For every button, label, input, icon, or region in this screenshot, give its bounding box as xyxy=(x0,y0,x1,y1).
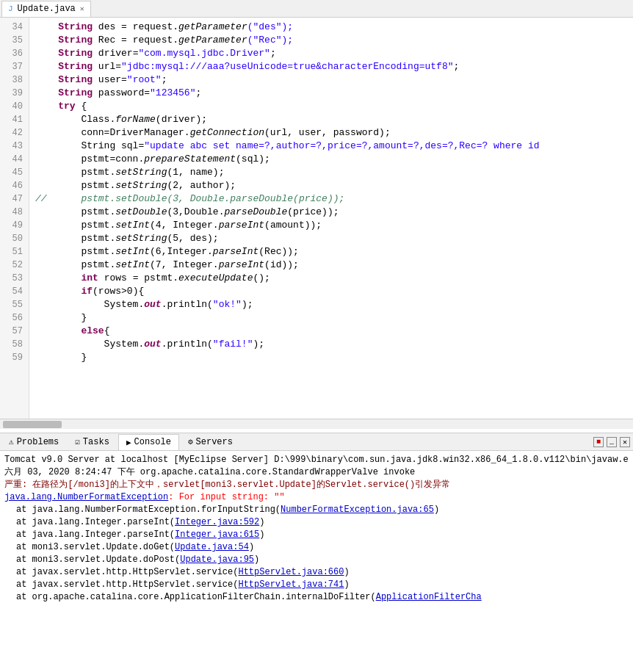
tasks-icon: ☑ xyxy=(75,437,80,447)
tasks-label: Tasks xyxy=(83,437,109,447)
exception-line: java.lang.NumberFormatException: For inp… xyxy=(4,491,629,504)
stack-link[interactable]: Update.java:54 xyxy=(175,542,249,552)
stack-line: at org.apache.catalina.core.ApplicationF… xyxy=(4,591,629,604)
console-icon: ▶ xyxy=(126,438,131,447)
update-java-tab[interactable]: J Update.java ✕ xyxy=(1,1,91,17)
bottom-panel: ⚠ Problems ☑ Tasks ▶ Console ⚙ Servers ■… xyxy=(0,433,633,672)
stack-line: at java.lang.Integer.parseInt(Integer.ja… xyxy=(4,529,629,541)
code-area: 3435363738394041424344454647484950515253… xyxy=(0,18,633,419)
panel-tab-bar: ⚠ Problems ☑ Tasks ▶ Console ⚙ Servers ■… xyxy=(0,433,633,451)
tab-label: Update.java xyxy=(18,4,76,14)
tab-console[interactable]: ▶ Console xyxy=(118,434,179,450)
stack-line: at moni3.servlet.Update.doGet(Update.jav… xyxy=(4,541,629,554)
problems-icon: ⚠ xyxy=(9,437,14,447)
scrollbar-thumb[interactable] xyxy=(3,421,62,428)
date-line: 六月 03, 2020 8:24:47 下午 org.apache.catali… xyxy=(4,466,629,479)
java-file-icon: J xyxy=(8,4,13,13)
stack-line: at java.lang.NumberFormatException.forIn… xyxy=(4,504,629,516)
code-content[interactable]: String des = request.getParameter("des")… xyxy=(29,18,633,419)
stack-link[interactable]: Integer.java:592 xyxy=(175,517,259,527)
stack-trace: at java.lang.NumberFormatException.forIn… xyxy=(4,504,629,604)
tab-servers[interactable]: ⚙ Servers xyxy=(181,434,240,450)
stack-link[interactable]: HttpServlet.java:660 xyxy=(238,567,344,577)
tab-tasks[interactable]: ☑ Tasks xyxy=(68,434,117,450)
close-panel-button[interactable]: ✕ xyxy=(620,437,630,447)
stack-link[interactable]: NumberFormatException.java:65 xyxy=(281,505,434,515)
minimize-button[interactable]: _ xyxy=(607,437,617,447)
stack-link[interactable]: Update.java:95 xyxy=(180,554,254,565)
editor-tab-bar: J Update.java ✕ xyxy=(0,0,633,18)
stack-link[interactable]: HttpServlet.java:741 xyxy=(238,579,344,590)
stack-line: at javax.servlet.http.HttpServlet.servic… xyxy=(4,566,629,579)
warn-line: 严重: 在路径为[/moni3]的上下文中，servlet[moni3.serv… xyxy=(4,479,629,491)
servers-label: Servers xyxy=(196,437,233,447)
panel-controls: ■ _ ✕ xyxy=(593,437,633,447)
stack-line: at moni3.servlet.Update.doPost(Update.ja… xyxy=(4,554,629,566)
tab-close-icon[interactable]: ✕ xyxy=(80,4,84,13)
line-numbers: 3435363738394041424344454647484950515253… xyxy=(0,18,29,419)
server-line: Tomcat v9.0 Server at localhost [MyEclip… xyxy=(4,454,629,466)
exception-rest: : For input string: "" xyxy=(168,492,284,502)
exception-link[interactable]: java.lang.NumberFormatException xyxy=(4,492,168,502)
stack-link[interactable]: Integer.java:615 xyxy=(175,530,259,540)
stack-line: at java.lang.Integer.parseInt(Integer.ja… xyxy=(4,516,629,529)
stack-line: at javax.servlet.http.HttpServlet.servic… xyxy=(4,579,629,591)
servers-icon: ⚙ xyxy=(188,437,193,447)
stack-link[interactable]: ApplicationFilterCha xyxy=(376,592,482,602)
tab-problems[interactable]: ⚠ Problems xyxy=(1,434,66,450)
console-output: Tomcat v9.0 Server at localhost [MyEclip… xyxy=(0,451,633,672)
editor-container: J Update.java ✕ 343536373839404142434445… xyxy=(0,0,633,433)
horizontal-scrollbar[interactable] xyxy=(0,419,633,429)
console-label: Console xyxy=(134,437,171,447)
problems-label: Problems xyxy=(17,437,59,447)
stop-button[interactable]: ■ xyxy=(593,437,604,447)
